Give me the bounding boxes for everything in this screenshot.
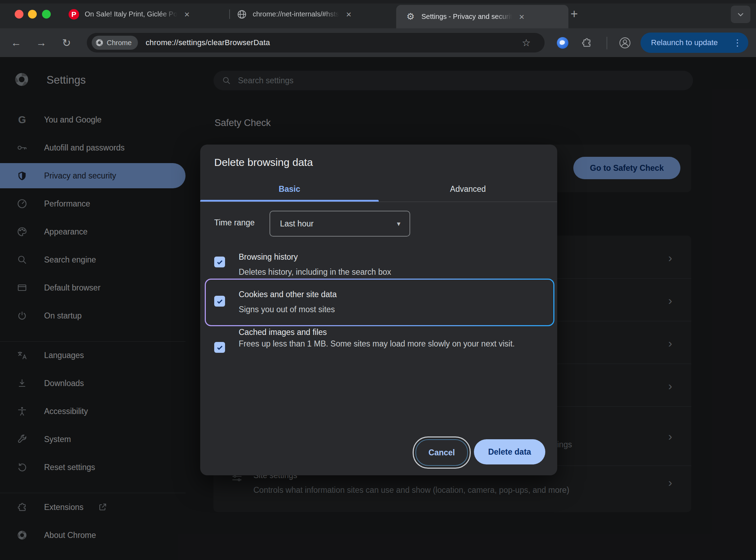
cancel-button[interactable]: Cancel: [415, 439, 468, 466]
tab-advanced[interactable]: Advanced: [379, 177, 557, 201]
tab-pinterest[interactable]: P On Sale! Italy Print, Giclée Po ×: [69, 0, 224, 28]
delete-browsing-data-dialog: Delete browsing data Basic Advanced Time…: [200, 145, 557, 475]
macos-minimize-button[interactable]: [28, 10, 37, 19]
toolbar-separator: [607, 37, 607, 49]
back-button[interactable]: ←: [6, 28, 27, 57]
tab-separator: [229, 9, 230, 19]
checkbox-title[interactable]: Cached images and files: [239, 328, 327, 337]
relaunch-to-update-button[interactable]: Relaunch to update ⋮: [640, 33, 748, 53]
caret-down-icon: ▾: [397, 219, 400, 228]
address-bar[interactable]: Chrome chrome://settings/clearBrowserDat…: [87, 33, 545, 52]
tab-net-internals[interactable]: chrome://net-internals/#hsts ×: [237, 0, 391, 28]
pinterest-favicon: P: [69, 9, 79, 20]
check-icon: [216, 298, 224, 305]
tab-title: On Sale! Italy Print, Giclée Po: [85, 10, 177, 18]
checkbox-cookies[interactable]: [214, 296, 225, 307]
browser-window: P On Sale! Italy Print, Giclée Po × chro…: [0, 0, 756, 560]
tab-basic[interactable]: Basic: [200, 177, 379, 201]
checkbox-description: Frees up less than 1 MB. Some sites may …: [239, 336, 547, 351]
browser-menu-kebab-icon[interactable]: ⋮: [733, 37, 742, 48]
checkbox-browsing-history[interactable]: [214, 257, 225, 267]
macos-close-button[interactable]: [15, 10, 23, 19]
gear-favicon: ⚙: [405, 12, 416, 22]
site-chip-label: Chrome: [107, 39, 132, 47]
tab-title: Settings - Privacy and securit: [421, 13, 512, 21]
tab-search-button[interactable]: [731, 6, 750, 23]
tab-strip: P On Sale! Italy Print, Giclée Po × chro…: [0, 0, 756, 28]
checkbox-title[interactable]: Cookies and other site data: [239, 290, 337, 299]
delete-data-button[interactable]: Delete data: [474, 439, 545, 464]
close-tab-icon[interactable]: ×: [345, 10, 353, 19]
checkbox-title[interactable]: Browsing history: [239, 252, 298, 262]
check-icon: [216, 258, 224, 266]
tab-title: chrome://net-internals/#hsts: [253, 10, 339, 18]
dialog-divider: [200, 202, 557, 202]
browser-chrome: P On Sale! Italy Print, Giclée Po × chro…: [0, 0, 756, 57]
profile-avatar[interactable]: [619, 28, 631, 57]
close-tab-icon[interactable]: ×: [183, 10, 191, 19]
relaunch-label: Relaunch to update: [651, 38, 718, 47]
globe-favicon: [237, 9, 247, 20]
url-text: chrome://settings/clearBrowserData: [146, 38, 270, 47]
bookmark-star-icon[interactable]: ☆: [522, 37, 531, 49]
toolbar: ← → ↻ Chrome chrome://settings/clearBrow…: [0, 28, 756, 57]
checkbox-cached-images[interactable]: [214, 342, 225, 353]
new-tab-button[interactable]: +: [570, 8, 578, 20]
time-range-value: Last hour: [280, 219, 314, 229]
checkbox-description: Signs you out of most sites: [239, 302, 335, 317]
tab-settings-active[interactable]: ⚙ Settings - Privacy and securit ×: [396, 5, 568, 28]
dialog-title: Delete browsing data: [214, 156, 313, 168]
reload-button[interactable]: ↻: [56, 28, 77, 57]
time-range-label: Time range: [214, 218, 254, 227]
checkbox-description: Deletes history, including in the search…: [239, 265, 391, 280]
chevron-down-icon: [736, 10, 745, 19]
close-tab-icon[interactable]: ×: [518, 12, 526, 21]
site-chip[interactable]: Chrome: [92, 36, 138, 50]
extensions-puzzle-icon[interactable]: [581, 28, 592, 57]
macos-zoom-button[interactable]: [42, 10, 51, 19]
extension-shortcut-icon[interactable]: [557, 28, 568, 57]
time-range-select[interactable]: Last hour ▾: [270, 211, 410, 237]
forward-button[interactable]: →: [31, 28, 52, 57]
check-icon: [216, 344, 224, 351]
chrome-logo-icon: [95, 38, 104, 47]
